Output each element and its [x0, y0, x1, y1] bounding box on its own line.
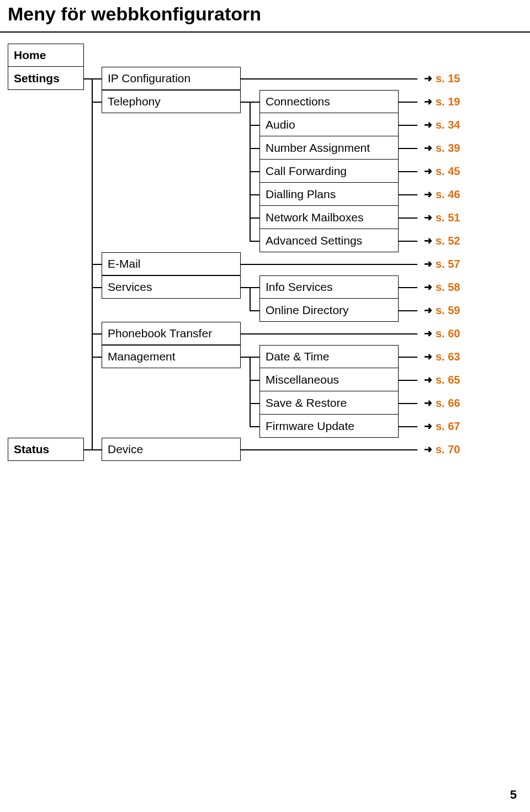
page-ref[interactable]: ➜s. 51	[424, 211, 460, 224]
menu-dialling-plans: Dialling Plans	[259, 183, 399, 206]
menu-call-forwarding: Call Forwarding	[259, 160, 399, 183]
page-title: Meny för webbkonfiguratorn	[0, 0, 530, 28]
page-ref[interactable]: ➜s. 19	[424, 95, 460, 108]
page-number: 5	[510, 788, 517, 802]
menu-telephony: Telephony	[102, 90, 241, 113]
page-ref[interactable]: ➜s. 39	[424, 142, 460, 155]
page-ref[interactable]: ➜s. 45	[424, 165, 460, 178]
menu-tree: Home Settings IP Configuration ➜s. 15 Te…	[8, 44, 522, 461]
arrow-right-icon: ➜	[424, 142, 432, 154]
nav-settings: Settings	[8, 67, 84, 90]
arrow-right-icon: ➜	[424, 304, 432, 316]
page-ref[interactable]: ➜s. 34	[424, 119, 460, 131]
arrow-right-icon: ➜	[424, 95, 432, 108]
arrow-right-icon: ➜	[424, 351, 432, 363]
page-ref[interactable]: ➜s. 67	[424, 420, 460, 433]
menu-date-time: Date & Time	[259, 345, 399, 368]
menu-number-assignment: Number Assignment	[259, 136, 399, 160]
menu-email: E-Mail	[102, 252, 241, 275]
title-rule	[0, 31, 530, 33]
menu-advanced-settings: Advanced Settings	[259, 229, 399, 252]
menu-online-directory: Online Directory	[259, 299, 399, 322]
menu-save-restore: Save & Restore	[259, 391, 399, 415]
page-ref[interactable]: ➜s. 65	[424, 374, 460, 386]
arrow-right-icon: ➜	[424, 235, 432, 247]
page-ref[interactable]: ➜s. 58	[424, 281, 460, 294]
arrow-right-icon: ➜	[424, 374, 432, 386]
arrow-right-icon: ➜	[424, 188, 432, 200]
arrow-right-icon: ➜	[424, 281, 432, 293]
menu-miscellaneous: Miscellaneous	[259, 368, 399, 391]
arrow-right-icon: ➜	[424, 72, 432, 84]
arrow-right-icon: ➜	[424, 397, 432, 409]
arrow-right-icon: ➜	[424, 165, 432, 177]
menu-device: Device	[102, 438, 241, 461]
menu-connections: Connections	[259, 90, 399, 113]
arrow-right-icon: ➜	[424, 420, 432, 432]
nav-home: Home	[8, 44, 84, 67]
arrow-right-icon: ➜	[424, 211, 432, 224]
arrow-right-icon: ➜	[424, 258, 432, 270]
page-ref[interactable]: ➜s. 59	[424, 304, 460, 317]
page-ref[interactable]: ➜s. 57	[424, 258, 460, 270]
menu-services: Services	[102, 275, 241, 299]
page-ref[interactable]: ➜s. 70	[424, 443, 460, 456]
menu-audio: Audio	[259, 113, 399, 136]
menu-network-mailboxes: Network Mailboxes	[259, 206, 399, 229]
page-ref[interactable]: ➜s. 15	[424, 72, 460, 85]
menu-info-services: Info Services	[259, 275, 399, 299]
page-ref[interactable]: ➜s. 52	[424, 235, 460, 247]
menu-firmware-update: Firmware Update	[259, 415, 399, 438]
menu-management: Management	[102, 345, 241, 368]
menu-phonebook-transfer: Phonebook Transfer	[102, 322, 241, 345]
arrow-right-icon: ➜	[424, 327, 432, 339]
page-ref[interactable]: ➜s. 46	[424, 188, 460, 201]
arrow-right-icon: ➜	[424, 443, 432, 455]
arrow-right-icon: ➜	[424, 119, 432, 131]
page-ref[interactable]: ➜s. 66	[424, 397, 460, 410]
page-ref[interactable]: ➜s. 60	[424, 327, 460, 340]
page-ref[interactable]: ➜s. 63	[424, 351, 460, 363]
nav-status: Status	[8, 438, 84, 461]
menu-ip-configuration: IP Configuration	[102, 67, 241, 90]
